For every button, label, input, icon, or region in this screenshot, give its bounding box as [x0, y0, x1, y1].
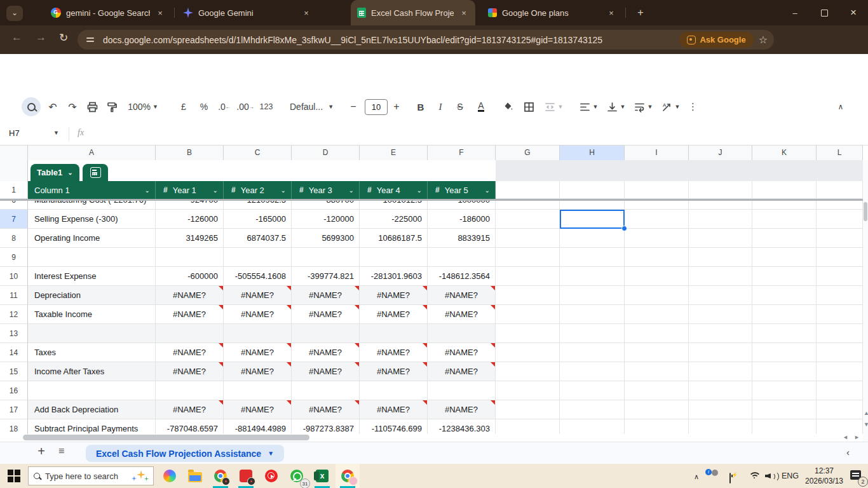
- cell-H9[interactable]: [560, 248, 625, 267]
- cell-E11[interactable]: #NAME?: [360, 286, 428, 305]
- browser-tab[interactable]: Google Gemini×: [177, 0, 318, 25]
- cell-G7[interactable]: [496, 210, 560, 229]
- decrease-decimal-button[interactable]: .0←: [215, 95, 234, 118]
- window-maximize-button[interactable]: [810, 0, 839, 25]
- cell-A13[interactable]: [28, 324, 156, 343]
- sheet-tab-menu-icon[interactable]: ▼: [268, 450, 274, 457]
- bold-button[interactable]: B: [412, 95, 430, 118]
- table-header-year-5[interactable]: #Year 5⌄: [428, 181, 496, 199]
- tab-close-icon[interactable]: ×: [606, 8, 616, 18]
- column-header-B[interactable]: B: [156, 146, 224, 161]
- cell-B9[interactable]: [156, 248, 224, 267]
- cell-C17[interactable]: #NAME?: [224, 400, 292, 419]
- cell-A7[interactable]: Selling Expense (-300): [28, 210, 156, 229]
- cell-H6[interactable]: [560, 201, 625, 210]
- taskbar-chrome-active-icon[interactable]: [336, 464, 360, 488]
- cell-D18[interactable]: -987273.8387: [292, 419, 360, 434]
- cell-F11[interactable]: #NAME?: [428, 286, 496, 305]
- name-box-dropdown-icon[interactable]: ▼: [53, 130, 59, 136]
- cell-L17[interactable]: [817, 400, 863, 419]
- clock[interactable]: 12:37 2026/03/13: [802, 466, 846, 486]
- add-sheet-button[interactable]: +: [33, 444, 50, 459]
- scroll-left-icon[interactable]: ◄: [843, 434, 848, 440]
- cell[interactable]: [817, 181, 863, 199]
- cell-A8[interactable]: Operating Income: [28, 229, 156, 248]
- cell-F8[interactable]: 8833915: [428, 229, 496, 248]
- vertical-align-icon[interactable]: ▼: [602, 95, 629, 118]
- cell-E6[interactable]: 1001012.5: [360, 201, 428, 210]
- cell-B10[interactable]: -600000: [156, 267, 224, 286]
- scroll-up-icon[interactable]: ▲: [864, 410, 868, 416]
- cell-J14[interactable]: [689, 343, 752, 362]
- cell-J15[interactable]: [689, 362, 752, 381]
- cell-A16[interactable]: [28, 381, 156, 400]
- cell-I13[interactable]: [625, 324, 689, 343]
- row-header-7[interactable]: 7: [0, 210, 28, 229]
- cell-A15[interactable]: Income After Taxes: [28, 362, 156, 381]
- cell-L8[interactable]: [817, 229, 863, 248]
- cell-F9[interactable]: [428, 248, 496, 267]
- increase-decimal-button[interactable]: .00→: [236, 95, 255, 118]
- cell-E18[interactable]: -1105746.699: [360, 419, 428, 434]
- toolbar-search-icon[interactable]: [22, 97, 41, 116]
- cell-L14[interactable]: [817, 343, 863, 362]
- cell-B18[interactable]: -787048.6597: [156, 419, 224, 434]
- column-header-E[interactable]: E: [360, 146, 428, 161]
- table-header-year-1[interactable]: #Year 1⌄: [156, 181, 224, 199]
- cell-K16[interactable]: [752, 381, 817, 400]
- cell-I12[interactable]: [625, 305, 689, 324]
- cell-H15[interactable]: [560, 362, 625, 381]
- cell-E8[interactable]: 10686187.5: [360, 229, 428, 248]
- cell[interactable]: [689, 181, 752, 199]
- cell-B13[interactable]: [156, 324, 224, 343]
- cell-E14[interactable]: #NAME?: [360, 343, 428, 362]
- cell-J8[interactable]: [689, 229, 752, 248]
- cell-J16[interactable]: [689, 381, 752, 400]
- taskbar-excel-icon[interactable]: x: [310, 464, 334, 488]
- column-menu-icon[interactable]: ⌄: [213, 187, 218, 194]
- cell-A18[interactable]: Subtract Principal Payments: [28, 419, 156, 434]
- cell-F7[interactable]: -186000: [428, 210, 496, 229]
- redo-icon[interactable]: ↷: [63, 95, 82, 118]
- scroll-down-icon[interactable]: ▼: [864, 421, 868, 428]
- taskbar-file-explorer-icon[interactable]: [183, 464, 207, 488]
- cell-B11[interactable]: #NAME?: [156, 286, 224, 305]
- battery-icon[interactable]: [729, 473, 731, 483]
- cell-G16[interactable]: [496, 381, 560, 400]
- cell-D13[interactable]: [292, 324, 360, 343]
- cell-H8[interactable]: [560, 229, 625, 248]
- cell-I14[interactable]: [625, 343, 689, 362]
- cell-B17[interactable]: #NAME?: [156, 400, 224, 419]
- cell-K15[interactable]: [752, 362, 817, 381]
- collapse-panel-icon[interactable]: ‹: [846, 447, 850, 458]
- taskbar-chrome-icon[interactable]: [208, 464, 233, 488]
- column-header-I[interactable]: I: [625, 146, 689, 161]
- cell-G11[interactable]: [496, 286, 560, 305]
- cell-D14[interactable]: #NAME?: [292, 343, 360, 362]
- language-indicator[interactable]: ENG: [782, 471, 799, 480]
- zoom-select[interactable]: 100%▼: [125, 95, 161, 118]
- column-menu-icon[interactable]: ⌄: [485, 187, 490, 194]
- merge-cells-icon[interactable]: ▼: [540, 95, 567, 118]
- cell-G18[interactable]: [496, 419, 560, 434]
- window-minimize-button[interactable]: –: [780, 0, 810, 25]
- table-header-year-2[interactable]: #Year 2⌄: [224, 181, 292, 199]
- scroll-right-icon[interactable]: ►: [854, 434, 860, 440]
- cell-C7[interactable]: -165000: [224, 210, 292, 229]
- cell-D7[interactable]: -120000: [292, 210, 360, 229]
- cell-D12[interactable]: #NAME?: [292, 305, 360, 324]
- cell-L18[interactable]: [817, 419, 863, 434]
- cell-A11[interactable]: Depreciation: [28, 286, 156, 305]
- cell-H13[interactable]: [560, 324, 625, 343]
- cell-G15[interactable]: [496, 362, 560, 381]
- cell-G9[interactable]: [496, 248, 560, 267]
- cell-H16[interactable]: [560, 381, 625, 400]
- start-button[interactable]: [8, 470, 20, 482]
- cell-L12[interactable]: [817, 305, 863, 324]
- cell[interactable]: [752, 181, 817, 199]
- cell-H12[interactable]: [560, 305, 625, 324]
- more-formats-button[interactable]: 123: [257, 95, 276, 118]
- cell-B8[interactable]: 3149265: [156, 229, 224, 248]
- cell-I16[interactable]: [625, 381, 689, 400]
- cell-D9[interactable]: [292, 248, 360, 267]
